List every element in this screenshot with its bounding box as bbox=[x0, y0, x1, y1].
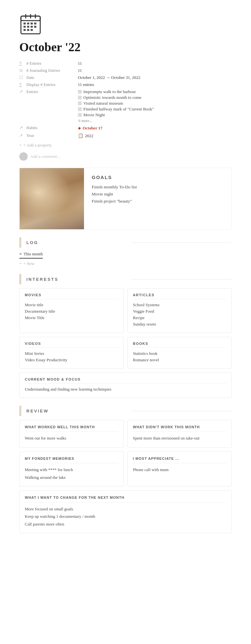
videos-title: VIDEOS bbox=[25, 342, 118, 348]
log-tab-this-month[interactable]: ≡ This month bbox=[19, 251, 43, 259]
svg-rect-15 bbox=[31, 29, 33, 31]
interests-title: INTERESTS bbox=[26, 277, 126, 282]
article-item-1: School Systems bbox=[133, 302, 226, 308]
journaling-label: # Journaling Entries bbox=[26, 67, 78, 74]
book-item-1: Statistics book bbox=[133, 351, 226, 356]
entries-more-link[interactable]: 6 more... bbox=[79, 118, 230, 123]
svg-rect-11 bbox=[31, 26, 33, 28]
date-row: ☐ Date October 1, 2022 → October 31, 202… bbox=[19, 74, 232, 81]
entry-doc-icon-2 bbox=[78, 96, 82, 99]
videos-list: Mini Series Video Essay Productivity bbox=[25, 351, 118, 363]
log-header-bar bbox=[19, 237, 21, 248]
entry-item-1[interactable]: Impromptu walk to the harbour bbox=[78, 89, 230, 94]
entries-icon: ∑ bbox=[19, 60, 26, 67]
log-section-header: LOG bbox=[19, 237, 232, 248]
list-icon: ≡ bbox=[19, 251, 22, 257]
entry-item-5[interactable]: Movie Night bbox=[78, 112, 230, 118]
goals-list: Finish monthly To-Do list Movie night Fi… bbox=[92, 185, 224, 204]
habits-value: ● October 17 bbox=[78, 124, 232, 132]
add-property-plus-icon: + bbox=[19, 143, 22, 148]
display-entries-label: Display # Entries bbox=[26, 81, 78, 88]
entry-item-2[interactable]: Optimistic towards month to come bbox=[78, 95, 230, 100]
mood-list: Understanding and finding new learning t… bbox=[25, 387, 226, 392]
habits-row: ↗ Habits ● October 17 bbox=[19, 124, 232, 132]
movies-list: Movie title Documentary title Movie Titl… bbox=[25, 302, 118, 320]
svg-rect-0 bbox=[21, 16, 40, 34]
entry-item-3[interactable]: Visited natural museum bbox=[78, 101, 230, 106]
interests-header-line bbox=[132, 279, 232, 279]
review-card-change: WHAT I WANT TO CHANGE FOR THE NEXT MONTH… bbox=[19, 490, 232, 533]
display-entries-value: 11 entries bbox=[78, 81, 232, 88]
appreciate-list: Phone call with mum bbox=[133, 467, 226, 473]
books-list: Statistics book Romance novel bbox=[133, 351, 226, 363]
entry-doc-icon-3 bbox=[78, 101, 82, 105]
review-header-bar bbox=[19, 406, 21, 416]
new-entry-label: + New bbox=[23, 261, 34, 266]
change-title: WHAT I WANT TO CHANGE FOR THE NEXT MONTH bbox=[25, 495, 226, 502]
habits-label: Habits bbox=[26, 124, 78, 132]
review-grid-1: WHAT WORKED WELL THIS MONTH Went out for… bbox=[19, 420, 232, 448]
entries-list-row: ↗ Entries Impromptu walk to the harbour … bbox=[19, 88, 232, 124]
entries-list-values: Impromptu walk to the harbour Optimistic… bbox=[78, 88, 232, 124]
svg-rect-9 bbox=[23, 26, 26, 28]
movie-item-1: Movie title bbox=[25, 302, 118, 308]
movie-item-2: Documentary title bbox=[25, 309, 118, 314]
goals-section: GOALS Finish monthly To-Do list Movie ni… bbox=[19, 168, 232, 230]
mood-item-1: Understanding and finding new learning t… bbox=[25, 387, 226, 392]
movies-title: MOVIES bbox=[25, 293, 118, 299]
add-comment-placeholder[interactable]: Add a comment... bbox=[30, 154, 60, 159]
review-card-appreciate: I MOST APPRECIATE ... Phone call with mu… bbox=[127, 451, 232, 487]
svg-rect-10 bbox=[27, 26, 29, 28]
interest-card-videos: VIDEOS Mini Series Video Essay Productiv… bbox=[19, 337, 124, 369]
entry-doc-icon-1 bbox=[78, 90, 82, 94]
year-icon: ↗ bbox=[19, 132, 26, 139]
entries-value: 11 bbox=[78, 60, 232, 67]
goals-content: GOALS Finish monthly To-Do list Movie ni… bbox=[84, 168, 231, 229]
review-title: REVIEW bbox=[26, 409, 126, 413]
entries-row: ∑ # Entries 11 bbox=[19, 60, 232, 67]
goals-image-inner bbox=[20, 168, 84, 229]
calendar-icon-wrapper bbox=[19, 13, 232, 37]
interests-section: INTERESTS MOVIES Movie title Documentary… bbox=[19, 274, 232, 398]
interests-section-header: INTERESTS bbox=[19, 274, 232, 284]
articles-title: ARTICLES bbox=[133, 293, 226, 299]
review-card-didnt-work: WHAT DIDN'T WORK THIS MONTH Spent more t… bbox=[127, 420, 232, 448]
goal-item-2: Movie night bbox=[92, 192, 224, 197]
display-entries-icon: ∑ bbox=[19, 81, 26, 88]
didnt-work-title: WHAT DIDN'T WORK THIS MONTH bbox=[133, 425, 226, 432]
svg-rect-14 bbox=[27, 29, 29, 31]
didnt-work-list: Spent more than envisioned on take-out bbox=[133, 435, 226, 441]
date-value: October 1, 2022 → October 31, 2022 bbox=[78, 74, 232, 81]
review-header-line bbox=[132, 411, 232, 411]
video-item-2: Video Essay Productivity bbox=[25, 357, 118, 363]
svg-rect-6 bbox=[27, 23, 29, 24]
review-section-header: REVIEW bbox=[19, 406, 232, 416]
log-header-line bbox=[132, 242, 232, 243]
new-entry-button[interactable]: + + New bbox=[19, 261, 232, 266]
article-item-4: Sunday resets bbox=[133, 322, 226, 327]
goals-title: GOALS bbox=[92, 175, 224, 180]
entry-item-4[interactable]: Finished halfway mark of "Current Book" bbox=[78, 107, 230, 112]
goals-image bbox=[20, 168, 84, 229]
interest-card-books: BOOKS Statistics book Romance novel bbox=[127, 337, 232, 369]
interests-grid: MOVIES Movie title Documentary title Mov… bbox=[19, 288, 232, 398]
review-card-worked: WHAT WORKED WELL THIS MONTH Went out for… bbox=[19, 420, 124, 448]
movie-item-3: Movie Title bbox=[25, 315, 118, 320]
svg-rect-5 bbox=[23, 23, 26, 24]
date-label: Date bbox=[26, 74, 78, 81]
svg-rect-8 bbox=[34, 23, 36, 24]
log-title: LOG bbox=[26, 240, 126, 245]
journaling-value: 11 bbox=[78, 67, 232, 74]
year-row: ↗ Year 📋 2022 bbox=[19, 132, 232, 139]
interests-header-bar bbox=[19, 274, 21, 284]
review-card-memories: MY FONDEST MEMORIES Meeting with **** fo… bbox=[19, 451, 124, 487]
entries-list-label: Entries bbox=[26, 88, 78, 124]
year-label: Year bbox=[26, 132, 78, 139]
appreciate-item-1: Phone call with mum bbox=[133, 467, 226, 473]
add-property-button[interactable]: + + Add a property bbox=[19, 143, 232, 148]
didnt-work-item-1: Spent more than envisioned on take-out bbox=[133, 435, 226, 441]
mood-title: CURRENT MOOD & FOCUS bbox=[25, 377, 226, 384]
svg-rect-12 bbox=[34, 26, 36, 28]
user-avatar bbox=[19, 152, 28, 161]
properties-table: ∑ # Entries 11 ⊙ # Journaling Entries 11… bbox=[19, 60, 232, 139]
